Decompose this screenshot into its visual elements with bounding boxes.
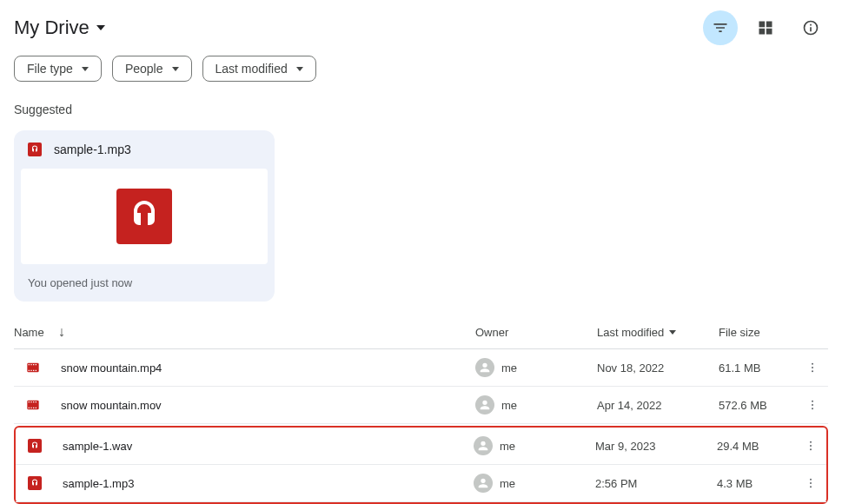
size-cell: 29.4 MB <box>717 440 795 453</box>
table-header: Name ↓ Owner Last modified File size <box>14 315 828 349</box>
modified-cell: Nov 18, 2022 <box>597 361 719 375</box>
column-size[interactable]: File size <box>719 326 797 339</box>
suggested-label: Suggested <box>0 96 842 123</box>
filter-label: People <box>125 62 163 76</box>
table-row[interactable]: snow mountain.movmeApr 14, 2022572.6 MB <box>14 387 828 424</box>
column-name[interactable]: Name <box>14 326 44 339</box>
file-name: snow mountain.mp4 <box>43 361 475 375</box>
table-row[interactable]: snow mountain.mp4meNov 18, 202261.1 MB <box>14 349 828 387</box>
filter-file-type[interactable]: File type <box>14 56 102 82</box>
grid-view-button[interactable] <box>748 10 783 45</box>
info-icon <box>802 19 819 36</box>
filter-last-modified[interactable]: Last modified <box>202 56 316 82</box>
more-actions-button[interactable] <box>795 439 826 453</box>
avatar <box>474 474 493 493</box>
video-icon <box>26 398 43 412</box>
column-modified[interactable]: Last modified <box>597 326 719 339</box>
size-cell: 4.3 MB <box>717 477 795 490</box>
file-name: snow mountain.mov <box>43 399 475 412</box>
avatar <box>475 395 494 414</box>
chevron-down-icon <box>172 67 179 71</box>
chevron-down-icon <box>82 67 89 71</box>
audio-icon <box>28 439 45 453</box>
filter-icon <box>712 19 729 36</box>
filter-button[interactable] <box>703 10 738 45</box>
suggested-preview <box>21 169 268 264</box>
owner-cell: me <box>475 395 597 414</box>
modified-cell: Apr 14, 2022 <box>597 399 719 412</box>
owner-cell: me <box>475 358 597 377</box>
more-actions-button[interactable] <box>797 361 828 375</box>
grid-icon <box>757 19 774 36</box>
arrow-down-icon: ↓ <box>58 324 65 340</box>
more-vertical-icon <box>804 476 818 490</box>
table-row[interactable]: sample-1.wavmeMar 9, 202329.4 MB <box>16 428 826 465</box>
file-name: sample-1.mp3 <box>45 477 474 490</box>
info-button[interactable] <box>793 10 828 45</box>
suggested-file-name: sample-1.mp3 <box>54 143 131 156</box>
suggested-footer: You opened just now <box>14 264 275 302</box>
more-actions-button[interactable] <box>797 398 828 412</box>
page-title: My Drive <box>14 17 90 39</box>
filter-label: Last modified <box>215 62 288 76</box>
video-icon <box>26 361 43 375</box>
filter-people[interactable]: People <box>112 56 192 82</box>
chevron-down-icon <box>669 330 676 335</box>
owner-cell: me <box>474 474 595 493</box>
owner-cell: me <box>474 436 595 455</box>
modified-cell: 2:56 PM <box>595 477 717 490</box>
audio-icon <box>28 476 45 490</box>
chevron-down-icon <box>296 67 303 71</box>
modified-cell: Mar 9, 2023 <box>595 440 717 453</box>
more-vertical-icon <box>806 398 819 412</box>
file-name: sample-1.wav <box>45 440 474 453</box>
audio-icon <box>116 189 172 244</box>
location-breadcrumb[interactable]: My Drive <box>14 17 105 39</box>
more-vertical-icon <box>804 439 818 453</box>
chevron-down-icon <box>96 25 105 30</box>
audio-icon <box>28 143 42 156</box>
filter-label: File type <box>27 62 73 76</box>
avatar <box>474 436 493 455</box>
size-cell: 572.6 MB <box>719 399 797 412</box>
column-owner[interactable]: Owner <box>475 326 597 339</box>
suggested-card[interactable]: sample-1.mp3 You opened just now <box>14 130 275 302</box>
more-vertical-icon <box>806 361 819 375</box>
avatar <box>475 358 494 377</box>
size-cell: 61.1 MB <box>719 361 797 375</box>
table-row[interactable]: sample-1.mp3me2:56 PM4.3 MB <box>16 465 826 502</box>
more-actions-button[interactable] <box>795 476 826 490</box>
